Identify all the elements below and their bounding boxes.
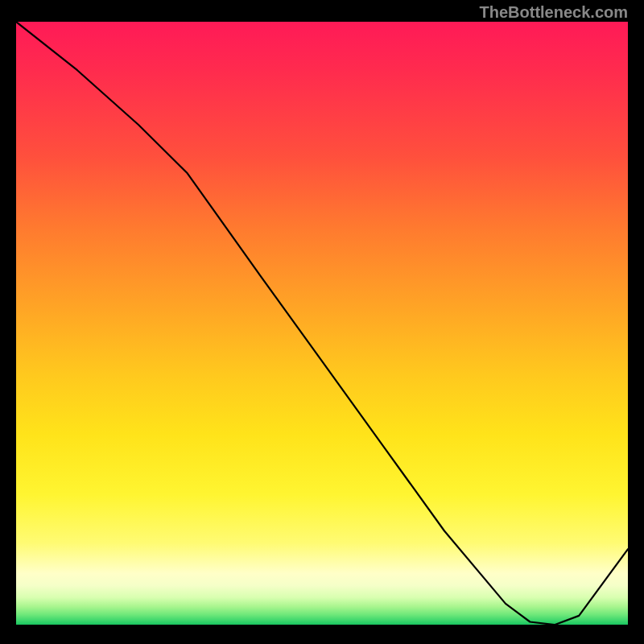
line-curve <box>16 22 628 628</box>
x-axis-line <box>11 625 630 630</box>
y-axis-line <box>11 22 16 630</box>
chart-container: { "watermark": "TheBottleneck.com", "lab… <box>0 0 644 644</box>
watermark-text: TheBottleneck.com <box>480 3 628 22</box>
